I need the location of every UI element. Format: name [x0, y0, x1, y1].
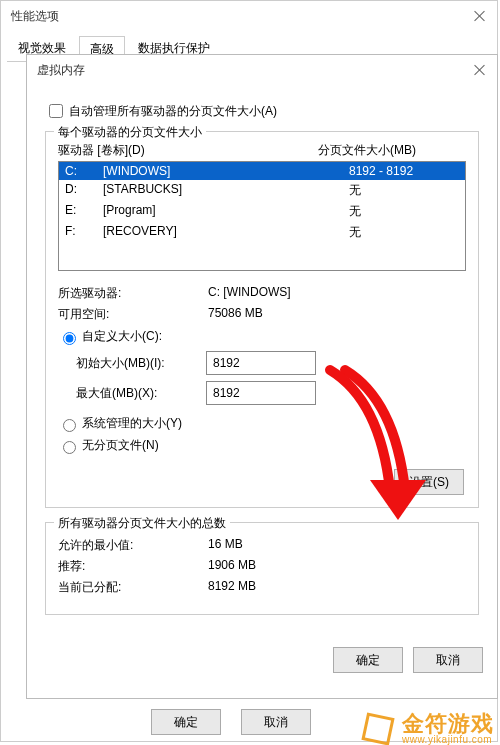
drive-letter: D:	[65, 182, 103, 199]
rec-value: 1906 MB	[208, 558, 466, 575]
rec-row: 推荐: 1906 MB	[58, 558, 466, 575]
drive-size: 无	[349, 224, 459, 241]
vm-title: 虚拟内存	[37, 58, 85, 83]
close-icon[interactable]	[473, 63, 487, 77]
cur-label: 当前已分配:	[58, 579, 208, 596]
outer-titlebar: 性能选项	[1, 1, 497, 31]
initial-size-input[interactable]	[206, 351, 316, 375]
vm-cancel-button[interactable]: 取消	[413, 647, 483, 673]
watermark-cn: 金符游戏	[402, 712, 494, 735]
outer-cancel-button[interactable]: 取消	[241, 709, 311, 735]
drive-label: [WINDOWS]	[103, 164, 349, 178]
radio-system-row[interactable]: 系统管理的大小(Y)	[58, 415, 466, 432]
totals-legend: 所有驱动器分页文件大小的总数	[54, 515, 230, 532]
radio-none-label: 无分页文件(N)	[82, 437, 159, 454]
watermark-text: 金符游戏 www.yikajinfu.com	[402, 712, 494, 745]
initial-size-row: 初始大小(MB)(I):	[76, 351, 466, 375]
max-size-row: 最大值(MB)(X):	[76, 381, 466, 405]
selected-drive-value: C: [WINDOWS]	[208, 285, 466, 302]
drive-letter: F:	[65, 224, 103, 241]
max-size-input[interactable]	[206, 381, 316, 405]
drive-row[interactable]: F:[RECOVERY]无	[59, 222, 465, 243]
drive-size: 无	[349, 203, 459, 220]
drive-row[interactable]: C:[WINDOWS]8192 - 8192	[59, 162, 465, 180]
per-drive-group: 每个驱动器的分页文件大小 驱动器 [卷标](D) 分页文件大小(MB) C:[W…	[45, 131, 479, 508]
free-space-row: 可用空间: 75086 MB	[58, 306, 466, 323]
cur-row: 当前已分配: 8192 MB	[58, 579, 466, 596]
free-space-label: 可用空间:	[58, 306, 208, 323]
vm-ok-button[interactable]: 确定	[333, 647, 403, 673]
col-drive: 驱动器 [卷标](D)	[58, 142, 145, 159]
watermark-en: www.yikajinfu.com	[402, 735, 494, 745]
drive-letter: C:	[65, 164, 103, 178]
auto-manage-label: 自动管理所有驱动器的分页文件大小(A)	[69, 103, 277, 120]
radio-system-label: 系统管理的大小(Y)	[82, 415, 182, 432]
min-label: 允许的最小值:	[58, 537, 208, 554]
radio-custom[interactable]	[63, 332, 76, 345]
vm-body: 自动管理所有驱动器的分页文件大小(A) 每个驱动器的分页文件大小 驱动器 [卷标…	[27, 85, 497, 639]
outer-title: 性能选项	[11, 4, 59, 29]
auto-manage-checkbox[interactable]	[49, 104, 63, 118]
virtual-memory-dialog: 虚拟内存 自动管理所有驱动器的分页文件大小(A) 每个驱动器的分页文件大小 驱动…	[26, 54, 498, 699]
radio-custom-label: 自定义大小(C):	[82, 328, 162, 345]
radio-custom-row[interactable]: 自定义大小(C):	[58, 328, 466, 345]
drive-label: [STARBUCKS]	[103, 182, 349, 199]
vm-titlebar: 虚拟内存	[27, 55, 497, 85]
per-drive-legend: 每个驱动器的分页文件大小	[54, 124, 206, 141]
close-icon[interactable]	[473, 9, 487, 23]
col-size: 分页文件大小(MB)	[318, 142, 416, 159]
drive-size: 8192 - 8192	[349, 164, 459, 178]
outer-button-row: 确定 取消	[151, 709, 311, 735]
radio-system[interactable]	[63, 419, 76, 432]
max-size-label: 最大值(MB)(X):	[76, 385, 206, 402]
auto-manage-checkbox-row[interactable]: 自动管理所有驱动器的分页文件大小(A)	[45, 101, 479, 121]
min-row: 允许的最小值: 16 MB	[58, 537, 466, 554]
radio-none-row[interactable]: 无分页文件(N)	[58, 437, 466, 454]
drive-size: 无	[349, 182, 459, 199]
totals-group: 所有驱动器分页文件大小的总数 允许的最小值: 16 MB 推荐: 1906 MB…	[45, 522, 479, 615]
drive-list-header: 驱动器 [卷标](D) 分页文件大小(MB)	[58, 142, 466, 159]
free-space-value: 75086 MB	[208, 306, 466, 323]
drive-row[interactable]: D:[STARBUCKS]无	[59, 180, 465, 201]
cur-value: 8192 MB	[208, 579, 466, 596]
rec-label: 推荐:	[58, 558, 208, 575]
radio-none[interactable]	[63, 441, 76, 454]
drive-label: [Program]	[103, 203, 349, 220]
outer-ok-button[interactable]: 确定	[151, 709, 221, 735]
selected-drive-row: 所选驱动器: C: [WINDOWS]	[58, 285, 466, 302]
drive-row[interactable]: E:[Program]无	[59, 201, 465, 222]
set-button[interactable]: 设置(S)	[394, 469, 464, 495]
selected-drive-label: 所选驱动器:	[58, 285, 208, 302]
min-value: 16 MB	[208, 537, 466, 554]
drive-letter: E:	[65, 203, 103, 220]
vm-button-row: 确定 取消	[27, 639, 497, 681]
initial-size-label: 初始大小(MB)(I):	[76, 355, 206, 372]
watermark-cube-icon	[360, 711, 396, 745]
watermark: 金符游戏 www.yikajinfu.com	[360, 711, 494, 745]
drive-list[interactable]: C:[WINDOWS]8192 - 8192D:[STARBUCKS]无E:[P…	[58, 161, 466, 271]
drive-label: [RECOVERY]	[103, 224, 349, 241]
